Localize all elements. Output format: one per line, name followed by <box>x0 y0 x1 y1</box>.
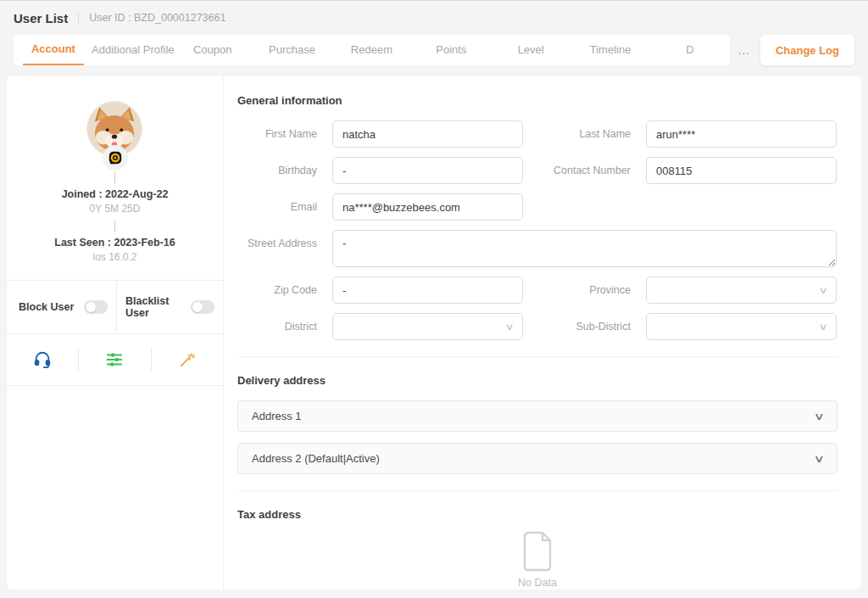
tab-timeline[interactable]: Timeline <box>570 35 650 65</box>
first-name-label: First Name <box>237 120 332 148</box>
magic-wand-icon[interactable] <box>152 334 223 385</box>
contact-number-input[interactable] <box>646 157 837 184</box>
province-select[interactable]: ∨ <box>646 277 837 304</box>
page-header: User List User ID : BZD_00001273661 <box>0 1 868 35</box>
last-seen-date: Last Seen : 2023-Feb-16 <box>7 237 223 249</box>
sub-district-label: Sub-District <box>523 313 646 340</box>
sub-district-select[interactable]: ∨ <box>646 313 837 340</box>
user-id-text: User ID : BZD_00001273661 <box>89 12 225 24</box>
tabs-strip: Account Additional Profile Coupon Purcha… <box>14 35 730 65</box>
chevron-down-icon: ∨ <box>814 411 825 422</box>
buzzebees-logo-icon <box>107 149 124 166</box>
joined-date: Joined : 2022-Aug-22 <box>7 188 223 200</box>
tab-purchase[interactable]: Purchase <box>253 35 332 65</box>
no-data-text: No Data <box>237 577 837 589</box>
email-input[interactable] <box>332 193 523 221</box>
section-divider <box>237 490 837 491</box>
profile-summary: Joined : 2022-Aug-22 0Y 5M 25D Last Seen… <box>7 75 223 263</box>
zip-code-label: Zip Code <box>237 277 332 304</box>
section-divider <box>237 356 837 357</box>
empty-document-icon <box>520 531 554 572</box>
last-name-label: Last Name <box>523 120 646 148</box>
profile-sidebar: Joined : 2022-Aug-22 0Y 5M 25D Last Seen… <box>7 75 224 590</box>
chevron-down-icon: ∨ <box>504 321 514 333</box>
delivery-address-1-accordion[interactable]: Address 1 ∨ <box>237 400 837 432</box>
account-form-area: General information First Name Last Name… <box>224 75 861 590</box>
district-select[interactable]: ∨ <box>332 313 523 340</box>
tab-level[interactable]: Level <box>491 35 570 65</box>
page-title: User List <box>14 11 68 25</box>
address-1-title: Address 1 <box>252 410 302 422</box>
tab-points[interactable]: Points <box>411 35 491 65</box>
tab-coupon[interactable]: Coupon <box>173 35 253 65</box>
chevron-down-icon: ∨ <box>814 453 825 465</box>
chevron-down-icon: ∨ <box>818 285 827 296</box>
email-label: Email <box>237 193 332 221</box>
chevron-down-icon: ∨ <box>818 321 827 333</box>
account-panel: Joined : 2022-Aug-22 0Y 5M 25D Last Seen… <box>7 75 861 590</box>
brand-badge <box>103 145 128 170</box>
blacklist-user-label: Blacklist User <box>125 295 191 319</box>
headset-icon[interactable] <box>7 334 78 385</box>
birthday-input[interactable] <box>332 157 523 184</box>
tab-redeem[interactable]: Redeem <box>332 35 412 65</box>
delivery-address-heading: Delivery address <box>237 374 837 387</box>
district-label: District <box>237 313 332 340</box>
general-information-heading: General information <box>237 94 837 107</box>
block-user-toggle[interactable] <box>84 300 108 314</box>
birthday-label: Birthday <box>237 157 332 184</box>
timeline-connector <box>114 172 115 183</box>
tab-additional-profile[interactable]: Additional Profile <box>93 35 173 65</box>
blacklist-user-toggle[interactable] <box>191 300 214 314</box>
change-log-button[interactable]: Change Log <box>760 35 854 65</box>
last-name-input[interactable] <box>646 120 837 148</box>
more-tabs-button[interactable]: ... <box>730 35 759 65</box>
address-2-title: Address 2 (Default|Active) <box>252 452 380 465</box>
contact-number-label: Contact Number <box>523 157 646 184</box>
blacklist-user-cell: Blacklist User <box>116 281 223 333</box>
street-address-textarea[interactable]: - <box>332 230 837 267</box>
user-toggles: Block User Blacklist User <box>7 280 223 333</box>
zip-code-input[interactable] <box>332 277 523 304</box>
delivery-address-2-accordion[interactable]: Address 2 (Default|Active) ∨ <box>237 443 837 474</box>
tab-account[interactable]: Account <box>14 35 93 65</box>
tax-address-heading: Tax address <box>237 508 837 521</box>
sliders-icon[interactable] <box>79 334 150 385</box>
joined-duration: 0Y 5M 25D <box>7 203 223 215</box>
tab-truncated[interactable]: D <box>650 35 730 65</box>
province-label: Province <box>523 277 646 304</box>
block-user-cell: Block User <box>7 281 116 333</box>
header-divider <box>78 11 79 25</box>
block-user-label: Block User <box>19 301 74 313</box>
first-name-input[interactable] <box>332 120 523 148</box>
tax-address-empty-state: No Data <box>237 531 837 589</box>
profile-actions <box>7 333 223 386</box>
timeline-connector <box>114 221 115 232</box>
street-address-label: Street Address <box>237 230 332 267</box>
device-os: ios 16.0.2 <box>7 251 223 263</box>
tab-bar: Account Additional Profile Coupon Purcha… <box>14 35 854 65</box>
